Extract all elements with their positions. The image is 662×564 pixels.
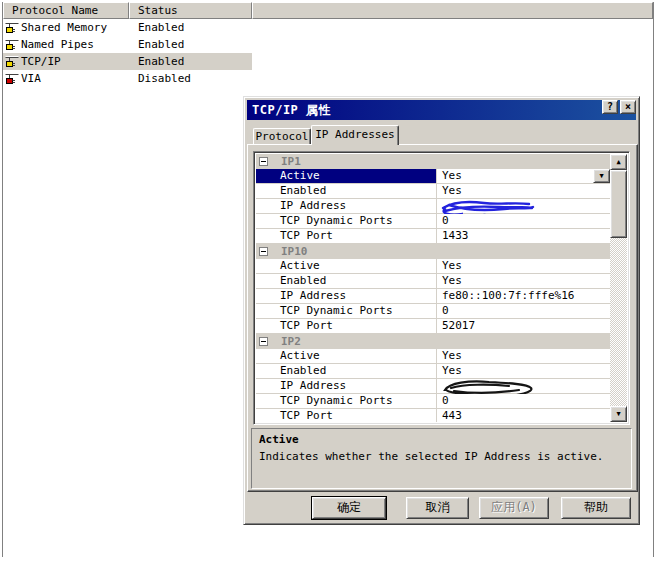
protocol-name: VIA — [21, 72, 41, 85]
collapse-minus-icon[interactable] — [259, 157, 268, 166]
protocol-icon — [5, 38, 19, 51]
help-button[interactable]: ? — [602, 100, 618, 114]
grid-cell-label[interactable]: Active — [256, 169, 437, 184]
list-body: Shared MemoryEnabledNamed PipesEnabledTC… — [3, 19, 653, 87]
tcpip-properties-dialog: TCP/IP 属性 ? × Protocol IP Addresses IP1A… — [243, 96, 640, 525]
grid-row[interactable]: TCP Port52017 — [256, 319, 610, 334]
protocol-row[interactable]: Named PipesEnabled — [3, 36, 653, 53]
scrollbar-thumb[interactable] — [610, 170, 627, 238]
protocol-status: Enabled — [129, 36, 252, 53]
grid-cell-value[interactable] — [437, 199, 610, 214]
grid-cell-value[interactable]: Yes — [437, 274, 610, 289]
combo-dropdown-icon[interactable]: ▼ — [593, 169, 610, 183]
grid-row[interactable]: EnabledYes — [256, 184, 610, 199]
grid-cell-label[interactable]: Active — [256, 259, 437, 274]
protocol-name: Named Pipes — [21, 38, 94, 51]
grid-row[interactable]: IP Address — [256, 379, 610, 394]
grid-row[interactable]: IP Address — [256, 199, 610, 214]
help-dialog-button[interactable]: 帮助 — [561, 497, 631, 519]
grid-cell-value[interactable]: Yes — [437, 259, 610, 274]
protocol-row[interactable]: VIADisabled — [3, 70, 653, 87]
grid-rows: IP1ActiveYes▼EnabledYesIP AddressTCP Dyn… — [256, 154, 610, 422]
grid-cell-value[interactable]: Yes — [437, 349, 610, 364]
collapse-minus-icon[interactable] — [259, 337, 268, 346]
column-header-protocol-name[interactable]: Protocol Name — [3, 2, 129, 19]
grid-cell-value[interactable]: 52017 — [437, 319, 610, 334]
grid-row[interactable]: TCP Port1433 — [256, 229, 610, 244]
grid-group-row[interactable]: IP10 — [256, 244, 610, 259]
protocol-status: Enabled — [129, 19, 252, 36]
grid-cell-value[interactable]: Yes▼ — [437, 169, 610, 184]
grid-cell-value[interactable]: Yes — [437, 364, 610, 379]
grid-cell-label[interactable]: IP Address — [256, 289, 437, 304]
grid-row[interactable]: IP Addressfe80::100:7f:fffe%16 — [256, 289, 610, 304]
apply-button[interactable]: 应用(A) — [479, 497, 549, 519]
grid-row[interactable]: TCP Dynamic Ports0 — [256, 304, 610, 319]
column-header-status[interactable]: Status — [129, 2, 252, 19]
grid-row[interactable]: ActiveYes▼ — [256, 169, 610, 184]
dialog-titlebar[interactable]: TCP/IP 属性 — [247, 100, 636, 120]
ip-property-grid: IP1ActiveYes▼EnabledYesIP AddressTCP Dyn… — [253, 151, 630, 425]
grid-row[interactable]: TCP Dynamic Ports0 — [256, 214, 610, 229]
tab-protocol[interactable]: Protocol — [253, 128, 311, 145]
grid-group-label: IP10 — [281, 244, 308, 259]
grid-cell-label[interactable]: Active — [256, 349, 437, 364]
scroll-down-icon[interactable]: ▼ — [610, 406, 627, 422]
dialog-title: TCP/IP 属性 — [252, 102, 331, 119]
tab-ip-addresses[interactable]: IP Addresses — [311, 125, 399, 145]
protocol-icon — [5, 55, 19, 68]
tab-page-panel: IP1ActiveYes▼EnabledYesIP AddressTCP Dyn… — [247, 144, 638, 492]
grid-cell-label[interactable]: Enabled — [256, 274, 437, 289]
grid-cell-value[interactable]: 443 — [437, 409, 610, 422]
grid-row[interactable]: EnabledYes — [256, 274, 610, 289]
grid-cell-label[interactable]: TCP Port — [256, 229, 437, 244]
property-description-box: Active Indicates whether the selected IP… — [251, 428, 632, 489]
grid-cell-value[interactable]: 0 — [437, 394, 610, 409]
grid-row[interactable]: ActiveYes — [256, 349, 610, 364]
grid-cell-label[interactable]: TCP Port — [256, 319, 437, 334]
protocol-status: Enabled — [129, 53, 252, 70]
grid-cell-value[interactable]: 1433 — [437, 229, 610, 244]
protocol-row[interactable]: Shared MemoryEnabled — [3, 19, 653, 36]
grid-cell-value[interactable]: fe80::100:7f:fffe%16 — [437, 289, 610, 304]
collapse-minus-icon[interactable] — [259, 247, 268, 256]
grid-cell-label[interactable]: TCP Dynamic Ports — [256, 394, 437, 409]
grid-cell-label[interactable]: TCP Port — [256, 409, 437, 422]
grid-group-row[interactable]: IP2 — [256, 334, 610, 349]
cancel-button[interactable]: 取消 — [406, 497, 469, 519]
grid-cell-label[interactable]: TCP Dynamic Ports — [256, 304, 437, 319]
protocol-icon — [5, 72, 19, 85]
property-description-title: Active — [259, 433, 624, 446]
protocol-name: TCP/IP — [21, 55, 61, 68]
scroll-up-icon[interactable]: ▲ — [610, 154, 627, 170]
grid-cell-label[interactable]: Enabled — [256, 364, 437, 379]
protocol-name: Shared Memory — [21, 21, 107, 34]
grid-cell-label[interactable]: IP Address — [256, 379, 437, 394]
grid-cell-value[interactable]: Yes — [437, 184, 610, 199]
protocol-row[interactable]: TCP/IPEnabled — [3, 53, 653, 70]
grid-cell-value[interactable]: 0 — [437, 214, 610, 229]
grid-row[interactable]: EnabledYes — [256, 364, 610, 379]
protocol-icon — [5, 21, 19, 34]
grid-row[interactable]: TCP Port443 — [256, 409, 610, 422]
grid-cell-label[interactable]: Enabled — [256, 184, 437, 199]
close-icon[interactable]: × — [620, 100, 636, 114]
grid-group-row[interactable]: IP1 — [256, 154, 610, 169]
list-header: Protocol Name Status — [3, 2, 653, 19]
ok-button[interactable]: 确定 — [312, 497, 386, 519]
grid-cell-value[interactable]: 0 — [437, 304, 610, 319]
grid-group-label: IP1 — [281, 154, 301, 169]
grid-row[interactable]: TCP Dynamic Ports0 — [256, 394, 610, 409]
property-description-text: Indicates whether the selected IP Addres… — [259, 450, 624, 463]
protocol-status: Disabled — [129, 70, 252, 87]
grid-group-label: IP2 — [281, 334, 301, 349]
column-header-empty — [252, 2, 653, 19]
grid-cell-value[interactable] — [437, 379, 610, 394]
vertical-scrollbar[interactable]: ▲ ▼ — [610, 154, 627, 422]
grid-row[interactable]: ActiveYes — [256, 259, 610, 274]
grid-cell-label[interactable]: IP Address — [256, 199, 437, 214]
grid-cell-label[interactable]: TCP Dynamic Ports — [256, 214, 437, 229]
